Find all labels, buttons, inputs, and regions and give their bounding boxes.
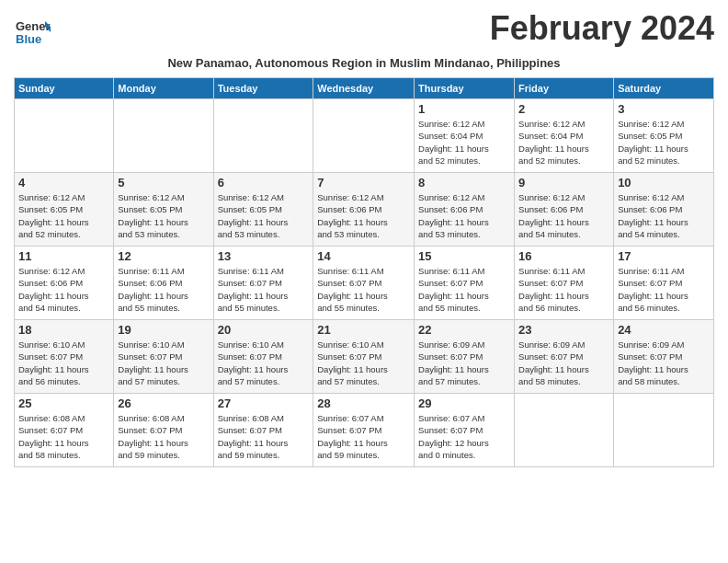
day-info: Sunrise: 6:07 AMSunset: 6:07 PMDaylight:… bbox=[317, 412, 410, 461]
logo-icon: General Blue bbox=[14, 14, 51, 51]
day-number: 12 bbox=[118, 249, 209, 263]
day-number: 16 bbox=[518, 249, 609, 263]
calendar-cell: 3Sunrise: 6:12 AMSunset: 6:05 PMDaylight… bbox=[614, 99, 714, 173]
day-number: 20 bbox=[218, 323, 310, 337]
day-info: Sunrise: 6:10 AMSunset: 6:07 PMDaylight:… bbox=[317, 339, 410, 387]
day-info: Sunrise: 6:08 AMSunset: 6:07 PMDaylight:… bbox=[18, 412, 109, 461]
calendar-cell bbox=[614, 394, 714, 467]
col-header-monday: Monday bbox=[114, 78, 213, 99]
calendar-cell: 5Sunrise: 6:12 AMSunset: 6:05 PMDaylight… bbox=[114, 173, 213, 247]
calendar-cell: 19Sunrise: 6:10 AMSunset: 6:07 PMDayligh… bbox=[114, 320, 213, 394]
logo: General Blue bbox=[14, 14, 54, 54]
day-info: Sunrise: 6:07 AMSunset: 6:07 PMDaylight:… bbox=[418, 412, 510, 461]
col-header-saturday: Saturday bbox=[614, 78, 714, 99]
calendar-cell: 23Sunrise: 6:09 AMSunset: 6:07 PMDayligh… bbox=[515, 320, 614, 394]
calendar-cell bbox=[515, 394, 614, 467]
calendar-cell: 7Sunrise: 6:12 AMSunset: 6:06 PMDaylight… bbox=[313, 173, 415, 247]
col-header-wednesday: Wednesday bbox=[313, 78, 415, 99]
calendar-cell: 26Sunrise: 6:08 AMSunset: 6:07 PMDayligh… bbox=[114, 394, 213, 467]
calendar-cell: 2Sunrise: 6:12 AMSunset: 6:04 PMDaylight… bbox=[515, 99, 614, 173]
day-info: Sunrise: 6:11 AMSunset: 6:06 PMDaylight:… bbox=[118, 265, 209, 314]
calendar-cell: 16Sunrise: 6:11 AMSunset: 6:07 PMDayligh… bbox=[515, 247, 614, 320]
calendar-cell bbox=[213, 99, 313, 173]
calendar-cell bbox=[114, 99, 213, 173]
day-info: Sunrise: 6:10 AMSunset: 6:07 PMDaylight:… bbox=[18, 339, 109, 387]
day-info: Sunrise: 6:12 AMSunset: 6:06 PMDaylight:… bbox=[418, 191, 510, 240]
calendar-cell: 1Sunrise: 6:12 AMSunset: 6:04 PMDaylight… bbox=[415, 99, 515, 173]
day-number: 24 bbox=[618, 323, 710, 337]
day-number: 25 bbox=[18, 396, 109, 410]
day-number: 29 bbox=[418, 396, 510, 410]
day-info: Sunrise: 6:11 AMSunset: 6:07 PMDaylight:… bbox=[518, 265, 609, 314]
day-number: 11 bbox=[18, 249, 109, 263]
day-number: 17 bbox=[618, 249, 710, 263]
day-number: 9 bbox=[518, 176, 609, 190]
day-info: Sunrise: 6:12 AMSunset: 6:06 PMDaylight:… bbox=[317, 191, 410, 240]
day-number: 26 bbox=[118, 396, 209, 410]
day-info: Sunrise: 6:10 AMSunset: 6:07 PMDaylight:… bbox=[218, 339, 310, 387]
day-info: Sunrise: 6:08 AMSunset: 6:07 PMDaylight:… bbox=[218, 412, 310, 461]
day-info: Sunrise: 6:09 AMSunset: 6:07 PMDaylight:… bbox=[618, 339, 710, 387]
day-number: 5 bbox=[118, 176, 209, 190]
day-info: Sunrise: 6:11 AMSunset: 6:07 PMDaylight:… bbox=[218, 265, 310, 314]
day-info: Sunrise: 6:12 AMSunset: 6:06 PMDaylight:… bbox=[518, 191, 609, 240]
day-number: 4 bbox=[18, 176, 109, 190]
calendar-cell bbox=[313, 99, 415, 173]
calendar-cell: 24Sunrise: 6:09 AMSunset: 6:07 PMDayligh… bbox=[614, 320, 714, 394]
calendar-cell: 18Sunrise: 6:10 AMSunset: 6:07 PMDayligh… bbox=[15, 320, 114, 394]
calendar-cell: 25Sunrise: 6:08 AMSunset: 6:07 PMDayligh… bbox=[15, 394, 114, 467]
day-info: Sunrise: 6:11 AMSunset: 6:07 PMDaylight:… bbox=[418, 265, 510, 314]
day-number: 6 bbox=[218, 176, 310, 190]
calendar-cell: 17Sunrise: 6:11 AMSunset: 6:07 PMDayligh… bbox=[614, 247, 714, 320]
day-info: Sunrise: 6:09 AMSunset: 6:07 PMDaylight:… bbox=[418, 339, 510, 387]
day-info: Sunrise: 6:12 AMSunset: 6:05 PMDaylight:… bbox=[118, 191, 209, 240]
svg-text:Blue: Blue bbox=[16, 32, 41, 46]
calendar-cell: 12Sunrise: 6:11 AMSunset: 6:06 PMDayligh… bbox=[114, 247, 213, 320]
calendar-cell: 14Sunrise: 6:11 AMSunset: 6:07 PMDayligh… bbox=[313, 247, 415, 320]
day-info: Sunrise: 6:12 AMSunset: 6:05 PMDaylight:… bbox=[18, 191, 109, 240]
col-header-thursday: Thursday bbox=[415, 78, 515, 99]
calendar-cell: 10Sunrise: 6:12 AMSunset: 6:06 PMDayligh… bbox=[614, 173, 714, 247]
day-number: 18 bbox=[18, 323, 109, 337]
day-number: 3 bbox=[618, 102, 710, 116]
day-info: Sunrise: 6:12 AMSunset: 6:04 PMDaylight:… bbox=[418, 118, 510, 167]
day-info: Sunrise: 6:12 AMSunset: 6:06 PMDaylight:… bbox=[18, 265, 109, 314]
col-header-sunday: Sunday bbox=[15, 78, 114, 99]
day-number: 13 bbox=[218, 249, 310, 263]
page-subtitle: New Panamao, Autonomous Region in Muslim… bbox=[14, 56, 714, 70]
day-info: Sunrise: 6:10 AMSunset: 6:07 PMDaylight:… bbox=[118, 339, 209, 387]
day-number: 19 bbox=[118, 323, 209, 337]
day-number: 15 bbox=[418, 249, 510, 263]
calendar-cell: 28Sunrise: 6:07 AMSunset: 6:07 PMDayligh… bbox=[313, 394, 415, 467]
calendar-cell: 9Sunrise: 6:12 AMSunset: 6:06 PMDaylight… bbox=[515, 173, 614, 247]
day-number: 7 bbox=[317, 176, 410, 190]
day-number: 28 bbox=[317, 396, 410, 410]
day-number: 21 bbox=[317, 323, 410, 337]
calendar-cell: 13Sunrise: 6:11 AMSunset: 6:07 PMDayligh… bbox=[213, 247, 313, 320]
day-info: Sunrise: 6:09 AMSunset: 6:07 PMDaylight:… bbox=[518, 339, 609, 387]
month-title: February 2024 bbox=[490, 9, 714, 48]
calendar-cell: 6Sunrise: 6:12 AMSunset: 6:05 PMDaylight… bbox=[213, 173, 313, 247]
day-number: 27 bbox=[218, 396, 310, 410]
day-info: Sunrise: 6:12 AMSunset: 6:04 PMDaylight:… bbox=[518, 118, 609, 167]
day-info: Sunrise: 6:12 AMSunset: 6:05 PMDaylight:… bbox=[618, 118, 710, 167]
calendar-cell: 22Sunrise: 6:09 AMSunset: 6:07 PMDayligh… bbox=[415, 320, 515, 394]
calendar-table: SundayMondayTuesdayWednesdayThursdayFrid… bbox=[14, 77, 714, 467]
calendar-cell: 8Sunrise: 6:12 AMSunset: 6:06 PMDaylight… bbox=[415, 173, 515, 247]
calendar-cell: 27Sunrise: 6:08 AMSunset: 6:07 PMDayligh… bbox=[213, 394, 313, 467]
day-number: 10 bbox=[618, 176, 710, 190]
calendar-cell: 11Sunrise: 6:12 AMSunset: 6:06 PMDayligh… bbox=[15, 247, 114, 320]
day-number: 14 bbox=[317, 249, 410, 263]
day-info: Sunrise: 6:12 AMSunset: 6:06 PMDaylight:… bbox=[618, 191, 710, 240]
calendar-cell: 29Sunrise: 6:07 AMSunset: 6:07 PMDayligh… bbox=[415, 394, 515, 467]
day-number: 8 bbox=[418, 176, 510, 190]
calendar-cell: 15Sunrise: 6:11 AMSunset: 6:07 PMDayligh… bbox=[415, 247, 515, 320]
day-number: 1 bbox=[418, 102, 510, 116]
col-header-friday: Friday bbox=[515, 78, 614, 99]
calendar-cell bbox=[15, 99, 114, 173]
day-number: 23 bbox=[518, 323, 609, 337]
calendar-cell: 20Sunrise: 6:10 AMSunset: 6:07 PMDayligh… bbox=[213, 320, 313, 394]
day-info: Sunrise: 6:12 AMSunset: 6:05 PMDaylight:… bbox=[218, 191, 310, 240]
day-info: Sunrise: 6:11 AMSunset: 6:07 PMDaylight:… bbox=[618, 265, 710, 314]
day-number: 22 bbox=[418, 323, 510, 337]
